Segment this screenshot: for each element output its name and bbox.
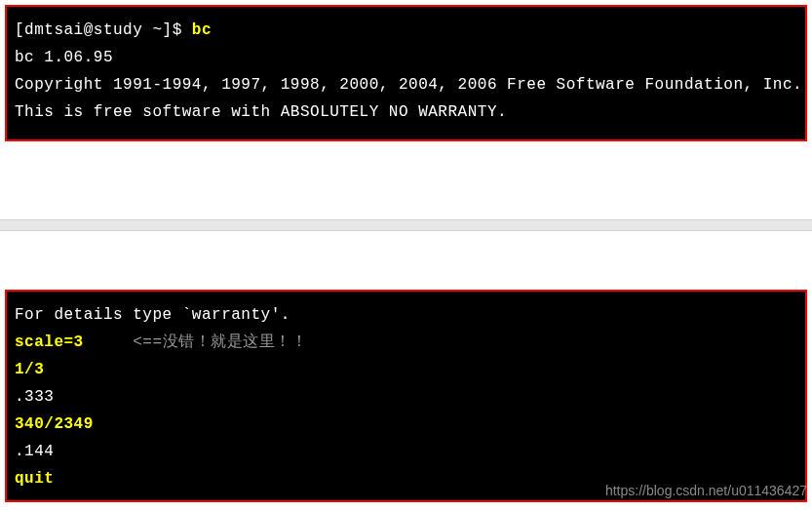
annotation-comment: <==没错！就是这里！！: [84, 333, 307, 351]
copyright-line: Copyright 1991-1994, 1997, 1998, 2000, 2…: [15, 71, 797, 98]
terminal-line: scale=3 <==没错！就是这里！！: [15, 329, 797, 356]
bc-input-div1[interactable]: 1/3: [15, 356, 797, 383]
details-line: For details type `warranty'.: [15, 301, 797, 329]
shell-prompt: [dmtsai@study ~]$: [15, 21, 192, 39]
terminal-output-1: [dmtsai@study ~]$ bc bc 1.06.95 Copyrigh…: [5, 5, 807, 141]
terminal-output-2: For details type `warranty'. scale=3 <==…: [5, 290, 807, 502]
terminal-line: [dmtsai@study ~]$ bc: [15, 17, 797, 44]
bc-input-scale[interactable]: scale=3: [15, 333, 84, 351]
watermark-text: https://blog.csdn.net/u011436427: [605, 483, 807, 498]
warranty-line: This is free software with ABSOLUTELY NO…: [15, 98, 797, 126]
section-separator: [0, 219, 812, 231]
bc-output-1: .333: [15, 383, 797, 411]
typed-command[interactable]: bc: [192, 21, 212, 39]
bc-input-div2[interactable]: 340/2349: [15, 411, 797, 438]
bc-version-line: bc 1.06.95: [15, 44, 797, 71]
bc-output-2: .144: [15, 438, 797, 465]
